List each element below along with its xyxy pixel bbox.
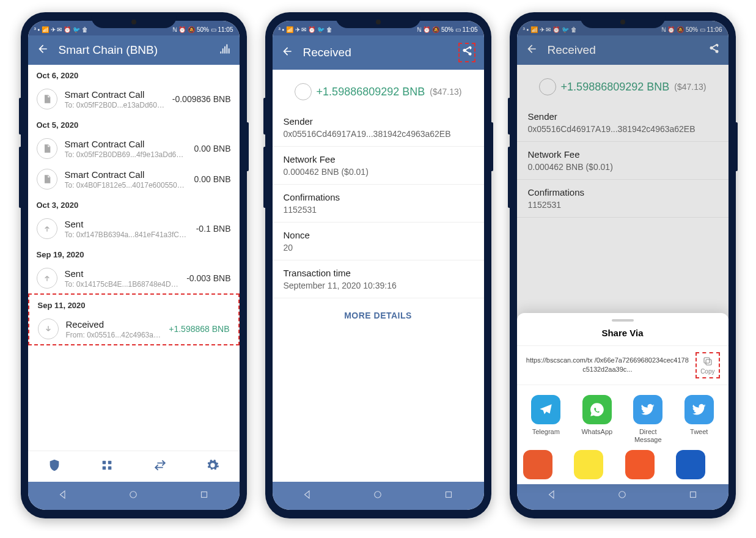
tx-amount: 0.00 BNB bbox=[194, 144, 231, 153]
nav-recent[interactable] bbox=[688, 489, 699, 503]
copy-button[interactable]: Copy bbox=[695, 352, 719, 378]
shield-tab[interactable] bbox=[48, 459, 61, 474]
share-url-row: https://bscscan.com/tx /0x66e7a726696802… bbox=[517, 346, 728, 385]
transaction-row[interactable]: Sent To: 0x14175cB4E...1B68748e4D5890 -0… bbox=[28, 263, 240, 293]
nav-home[interactable] bbox=[617, 489, 628, 503]
tx-title: Sent bbox=[65, 219, 189, 229]
android-nav bbox=[517, 482, 728, 510]
share-app-telegram[interactable]: Telegram bbox=[523, 395, 570, 444]
phone-2: ³ ▪ 📶 ✈ ✉ ⏰ 🐦 🗑 ℕ ⏰ 🔕 50% ▭ 11:05 Receiv… bbox=[265, 12, 491, 518]
tx-title: Smart Contract Call bbox=[65, 89, 165, 100]
detail-row: Sender0x05516Cd46917A19...381942c4963a62… bbox=[273, 109, 484, 147]
transaction-row[interactable]: Sent To: 0xf147BB6394a...841eF41a3fC83B1… bbox=[28, 213, 240, 244]
detail-label: Nonce bbox=[284, 230, 473, 240]
nav-home[interactable] bbox=[372, 489, 383, 503]
apps-tab[interactable] bbox=[100, 459, 114, 474]
share-app-more[interactable] bbox=[523, 450, 570, 479]
tx-amount: -0.009836 BNB bbox=[172, 94, 231, 104]
back-icon[interactable] bbox=[281, 45, 293, 60]
date-header: Sep 11, 2020 bbox=[29, 295, 238, 314]
page-title: Received bbox=[303, 46, 449, 59]
share-title: Share Via bbox=[517, 328, 728, 346]
download-icon bbox=[295, 83, 312, 100]
share-app-more[interactable] bbox=[625, 450, 672, 479]
transaction-row[interactable]: Smart Contract Call To: 0x05fF2B0D...e13… bbox=[28, 84, 240, 114]
tx-amount: 0.00 BNB bbox=[194, 174, 231, 184]
share-icon[interactable] bbox=[708, 43, 720, 57]
contract-icon bbox=[37, 169, 57, 190]
app-bar: Received bbox=[517, 35, 728, 65]
share-app-whatsapp[interactable]: WhatsApp bbox=[574, 395, 620, 444]
page-title: Received bbox=[548, 43, 698, 57]
sheet-handle[interactable] bbox=[612, 319, 634, 322]
svg-point-6 bbox=[375, 492, 381, 498]
detail-row: Network Fee0.000462 BNB ($0.01) bbox=[517, 142, 728, 180]
transaction-detail[interactable]: +1.59886809292 BNB ($47.13) Sender0x0551… bbox=[273, 70, 484, 482]
swap-tab[interactable] bbox=[153, 459, 167, 474]
date-header: Oct 6, 2020 bbox=[28, 65, 240, 84]
tx-subtitle: To: 0x05fF2B0DB69...4f9e13aDd608C7F bbox=[65, 150, 187, 159]
tx-subtitle: To: 0x05fF2B0D...e13aDd608C7F bbox=[65, 101, 165, 109]
share-app-more[interactable] bbox=[676, 450, 722, 479]
phone-1: ³ ▪ 📶 ✈ ✉ ⏰ 🐦 🗑 ℕ ⏰ 🔕 50% ▭ 11:05 Smart … bbox=[21, 12, 247, 518]
status-bar: ³ ▪ 📶 ✈ ✉ ⏰ 🐦 🗑 ℕ ⏰ 🔕 50% ▭ 11:06 bbox=[517, 21, 728, 35]
detail-row: Sender0x05516Cd46917A19...381942c4963a62… bbox=[517, 104, 728, 142]
share-url: https://bscscan.com/tx /0x66e7a726696802… bbox=[526, 356, 690, 375]
nav-recent[interactable] bbox=[443, 489, 454, 503]
share-app-direct-message[interactable]: Direct Message bbox=[625, 395, 672, 444]
detail-row: Transaction timeSeptember 11, 2020 10:39… bbox=[273, 260, 484, 298]
more-details-button[interactable]: MORE DETAILS bbox=[273, 298, 484, 333]
date-header: Sep 19, 2020 bbox=[28, 244, 240, 263]
sent-icon bbox=[37, 218, 57, 239]
nav-back[interactable] bbox=[546, 489, 557, 503]
detail-value: September 11, 2020 10:39:16 bbox=[284, 281, 473, 290]
detail-value: 20 bbox=[284, 243, 473, 252]
tx-title: Received bbox=[66, 319, 162, 330]
back-icon[interactable] bbox=[526, 43, 538, 57]
nav-home[interactable] bbox=[128, 489, 139, 503]
bottom-nav bbox=[28, 451, 240, 482]
svg-rect-5 bbox=[201, 492, 207, 498]
settings-tab[interactable] bbox=[206, 459, 219, 474]
transaction-row[interactable]: Smart Contract Call To: 0x4B0F1812e5...4… bbox=[28, 164, 240, 194]
sent-icon bbox=[37, 268, 57, 289]
transaction-row[interactable]: Received From: 0x05516...42c4963a62EB +1… bbox=[29, 314, 238, 344]
svg-rect-0 bbox=[103, 461, 106, 465]
page-title: Smart Chain (BNB) bbox=[59, 43, 209, 57]
svg-rect-7 bbox=[446, 492, 451, 498]
download-icon bbox=[539, 78, 556, 95]
phone-3: ³ ▪ 📶 ✈ ✉ ⏰ 🐦 🗑 ℕ ⏰ 🔕 50% ▭ 11:06 Receiv… bbox=[510, 12, 736, 518]
transaction-list[interactable]: Oct 6, 2020 Smart Contract Call To: 0x05… bbox=[28, 65, 240, 451]
back-icon[interactable] bbox=[37, 43, 49, 57]
share-app-more[interactable] bbox=[574, 450, 620, 479]
tx-amount: +1.598868 BNB bbox=[169, 324, 229, 334]
tx-subtitle: To: 0x4B0F1812e5...4017e6005508003 bbox=[65, 181, 187, 190]
received-amount: +1.59886809292 BNB ($47.13) bbox=[273, 70, 484, 109]
svg-rect-2 bbox=[103, 466, 106, 470]
status-bar: ³ ▪ 📶 ✈ ✉ ⏰ 🐦 🗑 ℕ ⏰ 🔕 50% ▭ 11:05 bbox=[273, 21, 484, 35]
detail-value: 0.000462 BNB ($0.01) bbox=[284, 167, 473, 177]
transaction-row[interactable]: Smart Contract Call To: 0x05fF2B0DB69...… bbox=[28, 133, 240, 164]
tx-title: Smart Contract Call bbox=[65, 139, 187, 149]
svg-rect-8 bbox=[706, 359, 711, 365]
share-icon[interactable] bbox=[458, 43, 475, 62]
svg-rect-11 bbox=[690, 492, 695, 498]
detail-label: Confirmations bbox=[284, 192, 473, 202]
nav-back[interactable] bbox=[57, 489, 68, 503]
share-sheet: Share Via https://bscscan.com/tx /0x66e7… bbox=[517, 313, 728, 484]
nav-back[interactable] bbox=[302, 489, 313, 503]
detail-value: 0x05516Cd46917A19...381942c4963a62EB bbox=[284, 129, 473, 139]
tx-subtitle: To: 0xf147BB6394a...841eF41a3fC83B1 bbox=[65, 230, 189, 239]
detail-row: Network Fee0.000462 BNB ($0.01) bbox=[273, 147, 484, 185]
tx-title: Sent bbox=[65, 268, 180, 279]
detail-label: Sender bbox=[284, 116, 473, 127]
chart-icon[interactable] bbox=[219, 43, 231, 57]
svg-rect-1 bbox=[108, 461, 112, 465]
nav-recent[interactable] bbox=[199, 489, 210, 503]
svg-point-4 bbox=[130, 492, 137, 498]
svg-rect-9 bbox=[704, 358, 710, 363]
tx-amount: -0.003 BNB bbox=[186, 273, 230, 283]
share-app-tweet[interactable]: Tweet bbox=[676, 395, 722, 444]
tx-subtitle: From: 0x05516...42c4963a62EB bbox=[66, 331, 162, 339]
detail-label: Network Fee bbox=[284, 154, 473, 164]
